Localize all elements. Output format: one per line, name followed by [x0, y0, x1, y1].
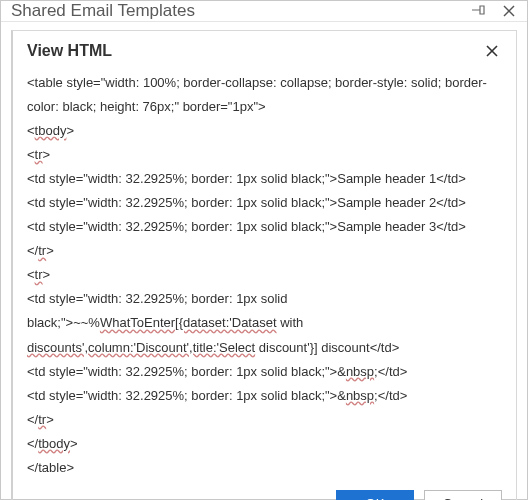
code-line: </tr>	[27, 239, 502, 263]
code-line: <td style="width: 32.2925%; border: 1px …	[27, 360, 502, 384]
code-line: <tr>	[27, 263, 502, 287]
cancel-button[interactable]: Cancel	[424, 490, 502, 500]
app-window: Shared Email Templates View	[0, 0, 528, 500]
code-line: <td style="width: 32.2925%; border: 1px …	[27, 191, 502, 215]
content-wrap: View HTML <table style="width: 100%; bor…	[1, 22, 527, 500]
html-source-view[interactable]: <table style="width: 100%; border-collap…	[27, 71, 502, 480]
code-line: <tr>	[27, 143, 502, 167]
code-line: </tbody>	[27, 432, 502, 456]
title-controls	[469, 1, 519, 21]
window-title: Shared Email Templates	[11, 1, 469, 21]
code-line: </tr>	[27, 408, 502, 432]
dialog-close-button[interactable]	[482, 41, 502, 61]
ok-button[interactable]: OK	[336, 490, 414, 500]
titlebar: Shared Email Templates	[1, 1, 527, 22]
code-line: <td style="width: 32.2925%; border: 1px …	[27, 215, 502, 239]
close-icon[interactable]	[499, 1, 519, 21]
dialog-title: View HTML	[27, 42, 482, 60]
code-line: <td style="width: 32.2925%; border: 1px …	[27, 287, 502, 359]
dialog-buttons: OK Cancel	[27, 490, 502, 500]
code-line: </table>	[27, 456, 502, 480]
view-html-dialog: View HTML <table style="width: 100%; bor…	[11, 30, 517, 500]
code-line: <tbody>	[27, 119, 502, 143]
code-line: <table style="width: 100%; border-collap…	[27, 71, 502, 119]
dialog-header: View HTML	[27, 41, 502, 61]
code-line: <td style="width: 32.2925%; border: 1px …	[27, 167, 502, 191]
code-line: <td style="width: 32.2925%; border: 1px …	[27, 384, 502, 408]
pin-icon[interactable]	[469, 1, 489, 21]
